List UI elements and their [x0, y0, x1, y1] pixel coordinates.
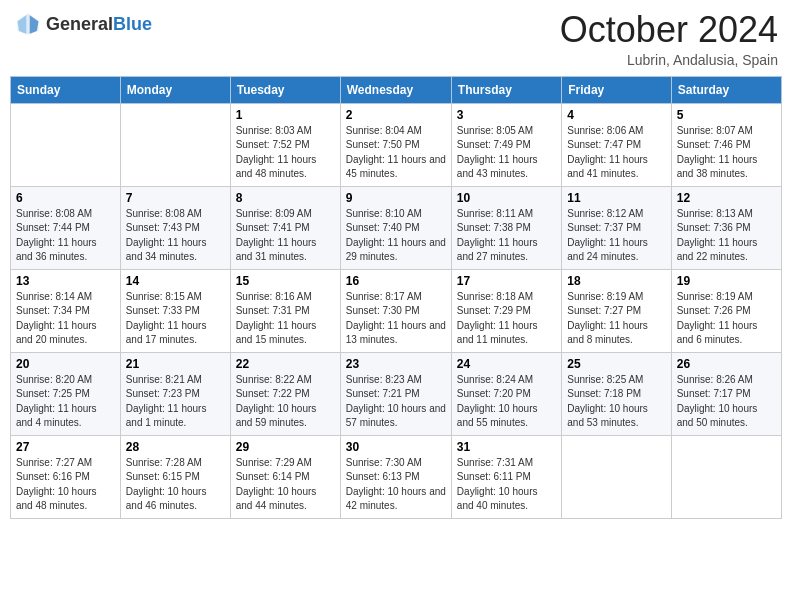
- day-info: Sunrise: 8:22 AM Sunset: 7:22 PM Dayligh…: [236, 373, 335, 431]
- calendar-week-row: 20Sunrise: 8:20 AM Sunset: 7:25 PM Dayli…: [11, 352, 782, 435]
- calendar-cell: 13Sunrise: 8:14 AM Sunset: 7:34 PM Dayli…: [11, 269, 121, 352]
- day-info: Sunrise: 8:15 AM Sunset: 7:33 PM Dayligh…: [126, 290, 225, 348]
- col-saturday: Saturday: [671, 76, 781, 103]
- calendar-cell: 15Sunrise: 8:16 AM Sunset: 7:31 PM Dayli…: [230, 269, 340, 352]
- day-number: 6: [16, 191, 115, 205]
- calendar-cell: 11Sunrise: 8:12 AM Sunset: 7:37 PM Dayli…: [562, 186, 671, 269]
- day-info: Sunrise: 8:13 AM Sunset: 7:36 PM Dayligh…: [677, 207, 776, 265]
- day-number: 16: [346, 274, 446, 288]
- day-number: 7: [126, 191, 225, 205]
- calendar-cell: 28Sunrise: 7:28 AM Sunset: 6:15 PM Dayli…: [120, 435, 230, 518]
- calendar-cell: 1Sunrise: 8:03 AM Sunset: 7:52 PM Daylig…: [230, 103, 340, 186]
- day-info: Sunrise: 8:12 AM Sunset: 7:37 PM Dayligh…: [567, 207, 665, 265]
- calendar-cell: [11, 103, 121, 186]
- col-monday: Monday: [120, 76, 230, 103]
- calendar-week-row: 6Sunrise: 8:08 AM Sunset: 7:44 PM Daylig…: [11, 186, 782, 269]
- day-info: Sunrise: 8:11 AM Sunset: 7:38 PM Dayligh…: [457, 207, 556, 265]
- day-number: 13: [16, 274, 115, 288]
- day-number: 22: [236, 357, 335, 371]
- calendar-cell: 23Sunrise: 8:23 AM Sunset: 7:21 PM Dayli…: [340, 352, 451, 435]
- calendar-cell: 25Sunrise: 8:25 AM Sunset: 7:18 PM Dayli…: [562, 352, 671, 435]
- day-number: 19: [677, 274, 776, 288]
- calendar-cell: 22Sunrise: 8:22 AM Sunset: 7:22 PM Dayli…: [230, 352, 340, 435]
- calendar-cell: 4Sunrise: 8:06 AM Sunset: 7:47 PM Daylig…: [562, 103, 671, 186]
- calendar-table: Sunday Monday Tuesday Wednesday Thursday…: [10, 76, 782, 519]
- day-number: 20: [16, 357, 115, 371]
- day-number: 23: [346, 357, 446, 371]
- calendar-cell: 14Sunrise: 8:15 AM Sunset: 7:33 PM Dayli…: [120, 269, 230, 352]
- day-info: Sunrise: 8:18 AM Sunset: 7:29 PM Dayligh…: [457, 290, 556, 348]
- calendar-cell: 31Sunrise: 7:31 AM Sunset: 6:11 PM Dayli…: [451, 435, 561, 518]
- day-number: 31: [457, 440, 556, 454]
- col-thursday: Thursday: [451, 76, 561, 103]
- day-number: 10: [457, 191, 556, 205]
- day-number: 30: [346, 440, 446, 454]
- day-number: 3: [457, 108, 556, 122]
- calendar-cell: [671, 435, 781, 518]
- calendar-cell: 8Sunrise: 8:09 AM Sunset: 7:41 PM Daylig…: [230, 186, 340, 269]
- day-info: Sunrise: 8:17 AM Sunset: 7:30 PM Dayligh…: [346, 290, 446, 348]
- day-info: Sunrise: 8:16 AM Sunset: 7:31 PM Dayligh…: [236, 290, 335, 348]
- calendar-cell: 24Sunrise: 8:24 AM Sunset: 7:20 PM Dayli…: [451, 352, 561, 435]
- day-info: Sunrise: 8:23 AM Sunset: 7:21 PM Dayligh…: [346, 373, 446, 431]
- day-info: Sunrise: 8:19 AM Sunset: 7:26 PM Dayligh…: [677, 290, 776, 348]
- calendar-cell: 17Sunrise: 8:18 AM Sunset: 7:29 PM Dayli…: [451, 269, 561, 352]
- calendar-cell: [120, 103, 230, 186]
- day-number: 1: [236, 108, 335, 122]
- logo-general: General: [46, 14, 113, 34]
- location: Lubrin, Andalusia, Spain: [560, 52, 778, 68]
- day-info: Sunrise: 8:26 AM Sunset: 7:17 PM Dayligh…: [677, 373, 776, 431]
- day-number: 29: [236, 440, 335, 454]
- col-tuesday: Tuesday: [230, 76, 340, 103]
- month-title: October 2024: [560, 10, 778, 50]
- day-info: Sunrise: 7:27 AM Sunset: 6:16 PM Dayligh…: [16, 456, 115, 514]
- calendar-cell: 7Sunrise: 8:08 AM Sunset: 7:43 PM Daylig…: [120, 186, 230, 269]
- day-info: Sunrise: 8:03 AM Sunset: 7:52 PM Dayligh…: [236, 124, 335, 182]
- day-info: Sunrise: 8:10 AM Sunset: 7:40 PM Dayligh…: [346, 207, 446, 265]
- day-info: Sunrise: 8:08 AM Sunset: 7:44 PM Dayligh…: [16, 207, 115, 265]
- calendar-week-row: 27Sunrise: 7:27 AM Sunset: 6:16 PM Dayli…: [11, 435, 782, 518]
- day-info: Sunrise: 8:14 AM Sunset: 7:34 PM Dayligh…: [16, 290, 115, 348]
- logo-blue: Blue: [113, 14, 152, 34]
- col-sunday: Sunday: [11, 76, 121, 103]
- day-info: Sunrise: 8:06 AM Sunset: 7:47 PM Dayligh…: [567, 124, 665, 182]
- day-info: Sunrise: 8:19 AM Sunset: 7:27 PM Dayligh…: [567, 290, 665, 348]
- day-number: 9: [346, 191, 446, 205]
- page-header: GeneralBlue October 2024 Lubrin, Andalus…: [10, 10, 782, 68]
- day-info: Sunrise: 7:31 AM Sunset: 6:11 PM Dayligh…: [457, 456, 556, 514]
- calendar-cell: 18Sunrise: 8:19 AM Sunset: 7:27 PM Dayli…: [562, 269, 671, 352]
- logo-icon: [14, 10, 42, 38]
- day-info: Sunrise: 8:09 AM Sunset: 7:41 PM Dayligh…: [236, 207, 335, 265]
- day-info: Sunrise: 7:30 AM Sunset: 6:13 PM Dayligh…: [346, 456, 446, 514]
- day-info: Sunrise: 8:04 AM Sunset: 7:50 PM Dayligh…: [346, 124, 446, 182]
- calendar-cell: 10Sunrise: 8:11 AM Sunset: 7:38 PM Dayli…: [451, 186, 561, 269]
- day-info: Sunrise: 7:28 AM Sunset: 6:15 PM Dayligh…: [126, 456, 225, 514]
- calendar-cell: 3Sunrise: 8:05 AM Sunset: 7:49 PM Daylig…: [451, 103, 561, 186]
- calendar-cell: 12Sunrise: 8:13 AM Sunset: 7:36 PM Dayli…: [671, 186, 781, 269]
- day-number: 4: [567, 108, 665, 122]
- logo: GeneralBlue: [14, 10, 152, 38]
- col-wednesday: Wednesday: [340, 76, 451, 103]
- day-info: Sunrise: 7:29 AM Sunset: 6:14 PM Dayligh…: [236, 456, 335, 514]
- calendar-cell: 5Sunrise: 8:07 AM Sunset: 7:46 PM Daylig…: [671, 103, 781, 186]
- day-number: 14: [126, 274, 225, 288]
- title-block: October 2024 Lubrin, Andalusia, Spain: [560, 10, 778, 68]
- day-number: 11: [567, 191, 665, 205]
- day-number: 24: [457, 357, 556, 371]
- day-number: 28: [126, 440, 225, 454]
- calendar-cell: 19Sunrise: 8:19 AM Sunset: 7:26 PM Dayli…: [671, 269, 781, 352]
- day-info: Sunrise: 8:25 AM Sunset: 7:18 PM Dayligh…: [567, 373, 665, 431]
- day-number: 18: [567, 274, 665, 288]
- day-number: 26: [677, 357, 776, 371]
- day-info: Sunrise: 8:08 AM Sunset: 7:43 PM Dayligh…: [126, 207, 225, 265]
- col-friday: Friday: [562, 76, 671, 103]
- calendar-cell: 16Sunrise: 8:17 AM Sunset: 7:30 PM Dayli…: [340, 269, 451, 352]
- day-number: 27: [16, 440, 115, 454]
- logo-text: GeneralBlue: [46, 14, 152, 35]
- calendar-week-row: 1Sunrise: 8:03 AM Sunset: 7:52 PM Daylig…: [11, 103, 782, 186]
- day-info: Sunrise: 8:20 AM Sunset: 7:25 PM Dayligh…: [16, 373, 115, 431]
- calendar-cell: 21Sunrise: 8:21 AM Sunset: 7:23 PM Dayli…: [120, 352, 230, 435]
- calendar-cell: [562, 435, 671, 518]
- calendar-cell: 20Sunrise: 8:20 AM Sunset: 7:25 PM Dayli…: [11, 352, 121, 435]
- calendar-week-row: 13Sunrise: 8:14 AM Sunset: 7:34 PM Dayli…: [11, 269, 782, 352]
